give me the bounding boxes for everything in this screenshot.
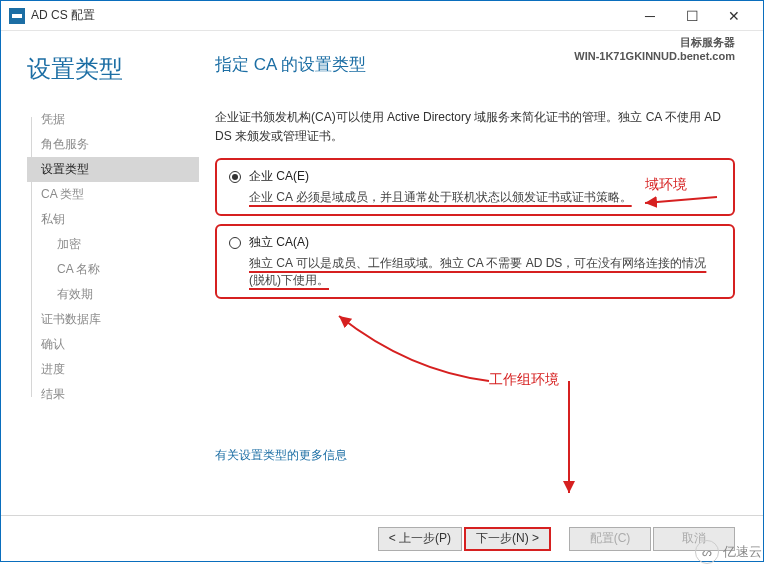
nav-item-validity[interactable]: 有效期: [27, 282, 199, 307]
option-standalone-ca[interactable]: 独立 CA(A) 独立 CA 可以是成员、工作组或域。独立 CA 不需要 AD …: [215, 224, 735, 299]
option-label-enterprise: 企业 CA(E): [249, 168, 309, 185]
window-title: AD CS 配置: [31, 7, 629, 24]
prev-button[interactable]: < 上一步(P): [378, 527, 462, 551]
nav-item-cert-database[interactable]: 证书数据库: [27, 307, 199, 332]
nav-item-result[interactable]: 结果: [27, 382, 199, 407]
option-sub-standalone: 独立 CA 可以是成员、工作组或域。独立 CA 不需要 AD DS，可在没有网络…: [249, 255, 721, 289]
configure-button[interactable]: 配置(C): [569, 527, 651, 551]
radio-standalone-ca[interactable]: [229, 237, 241, 249]
callout-domain-env: 域环境: [645, 176, 687, 194]
arrow-next-button: [549, 381, 589, 501]
option-label-standalone: 独立 CA(A): [249, 234, 309, 251]
page-title: 设置类型: [27, 53, 199, 85]
nav-item-encryption[interactable]: 加密: [27, 232, 199, 257]
svg-rect-0: [12, 14, 22, 18]
target-server-box: 目标服务器 WIN-1K71GKINNUD.benet.com: [574, 35, 735, 62]
minimize-button[interactable]: ─: [629, 2, 671, 30]
watermark-icon: ᔕ: [695, 540, 719, 564]
nav-item-credentials[interactable]: 凭据: [27, 107, 199, 132]
next-button[interactable]: 下一步(N) >: [464, 527, 551, 551]
watermark: ᔕ 亿速云: [695, 540, 762, 564]
nav-item-confirm[interactable]: 确认: [27, 332, 199, 357]
sidebar: 设置类型 凭据 角色服务 设置类型 CA 类型 私钥 加密 CA 名称 有效期 …: [1, 31, 199, 521]
app-icon: [9, 8, 25, 24]
nav-item-ca-name[interactable]: CA 名称: [27, 257, 199, 282]
titlebar: AD CS 配置 ─ ☐ ✕: [1, 1, 763, 31]
nav-item-private-key[interactable]: 私钥: [27, 207, 199, 232]
arrow-workgroup-env: [319, 311, 499, 391]
nav-item-progress[interactable]: 进度: [27, 357, 199, 382]
watermark-text: 亿速云: [723, 543, 762, 561]
main-description: 企业证书颁发机构(CA)可以使用 Active Directory 域服务来简化…: [215, 108, 735, 146]
step-nav: 凭据 角色服务 设置类型 CA 类型 私钥 加密 CA 名称 有效期 证书数据库…: [27, 107, 199, 407]
close-button[interactable]: ✕: [713, 2, 755, 30]
nav-item-ca-type[interactable]: CA 类型: [27, 182, 199, 207]
body: 设置类型 凭据 角色服务 设置类型 CA 类型 私钥 加密 CA 名称 有效期 …: [1, 31, 763, 521]
target-label: 目标服务器: [574, 35, 735, 50]
nav-item-setup-type[interactable]: 设置类型: [27, 157, 199, 182]
config-window: AD CS 配置 ─ ☐ ✕ 设置类型 凭据 角色服务 设置类型 CA 类型 私…: [0, 0, 764, 562]
main-content: 目标服务器 WIN-1K71GKINNUD.benet.com 指定 CA 的设…: [199, 31, 763, 521]
more-info-link[interactable]: 有关设置类型的更多信息: [215, 447, 347, 464]
callout-workgroup-env: 工作组环境: [489, 371, 559, 389]
nav-item-role-services[interactable]: 角色服务: [27, 132, 199, 157]
footer: < 上一步(P) 下一步(N) > 配置(C) 取消: [1, 515, 763, 561]
radio-enterprise-ca[interactable]: [229, 171, 241, 183]
target-value: WIN-1K71GKINNUD.benet.com: [574, 50, 735, 62]
maximize-button[interactable]: ☐: [671, 2, 713, 30]
